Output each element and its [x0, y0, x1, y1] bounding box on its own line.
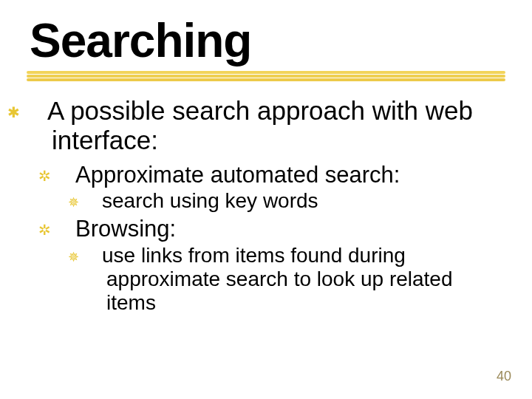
bullet-text: use links from items found during approx…: [102, 244, 453, 314]
bullet-text: Approximate automated search:: [75, 162, 400, 188]
body-content: ✱A possible search approach with web int…: [30, 96, 502, 318]
bullet-text: Browsing:: [75, 216, 176, 242]
bullet-level1: ✱A possible search approach with web int…: [30, 96, 502, 156]
bullet-level2: ✲Browsing:: [59, 216, 502, 242]
bullet-text: search using key words: [102, 189, 318, 212]
bullet-level3: ✵use links from items found during appro…: [87, 244, 502, 316]
bullet-icon-l2: ✲: [59, 222, 75, 239]
bullet-icon-l3: ✵: [87, 195, 102, 211]
bullet-text: A possible search approach with web inte…: [47, 96, 473, 154]
title-underline: [27, 71, 505, 84]
bullet-level3: ✵search using key words: [87, 189, 502, 213]
bullet-icon-l2: ✲: [59, 168, 75, 185]
page-number: 40: [497, 369, 511, 384]
bullet-icon-l3: ✵: [87, 250, 102, 265]
slide-title: Searching: [30, 13, 251, 68]
bullet-icon-l1: ✱: [30, 104, 47, 121]
bullet-level2: ✲Approximate automated search:: [59, 162, 502, 188]
slide: Searching ✱A possible search approach wi…: [0, 0, 532, 399]
